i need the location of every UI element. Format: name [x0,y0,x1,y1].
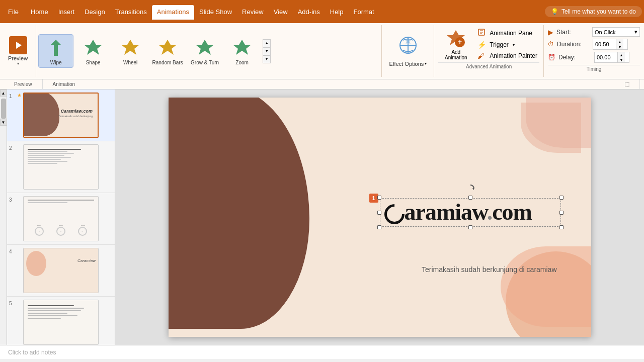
animation-painter-label: Animation Painter [490,52,537,59]
panel-scroll-up[interactable]: ▲ [0,89,7,97]
trigger-label: Trigger [490,41,509,48]
add-animation-button[interactable]: + AddAnimation [438,27,473,60]
wipe-icon [45,37,67,59]
handle-top-left[interactable] [377,196,381,200]
svg-marker-6 [233,40,251,55]
handle-bottom-right[interactable] [559,225,564,229]
slide-item-2[interactable]: 2 [7,141,115,193]
selected-text-box[interactable]: 1 aramiaw.com [380,198,561,227]
add-animation-icon: + [445,27,467,49]
trigger-button[interactable]: ⚡ Trigger ▾ [475,40,539,50]
trigger-icon: ⚡ [477,41,487,49]
duration-input[interactable] [593,41,616,48]
zoom-label: Zoom [235,60,249,65]
start-select[interactable]: On Click ▾ [592,27,640,37]
anim-zoom[interactable]: Zoom [224,35,260,67]
animation-section-label: Animation ⬚ [43,79,640,89]
delay-down-arrow[interactable]: ▼ [618,57,625,62]
animation-expand-btn[interactable]: ⬚ [624,81,629,87]
slide-thumb-5 [23,300,99,345]
zoom-icon [231,37,253,59]
thumb1-logo: Caramiaw.com [61,109,93,114]
slide-number-4: 4 [9,248,17,254]
duration-up-arrow[interactable]: ▲ [616,39,623,44]
add-animation-label: AddAnimation [445,49,467,60]
menu-animations[interactable]: Animations [152,5,194,20]
file-menu[interactable]: File [2,6,25,18]
delay-spin-arrows: ▲ ▼ [617,52,625,62]
start-label: Start: [556,29,589,36]
scroll-expand-btn[interactable]: ▾ [263,55,271,63]
effect-options-button[interactable]: Effect Options ▾ [387,33,429,69]
anim-shape[interactable]: Shape [75,35,111,67]
slide-number-5: 5 [9,300,17,306]
anim-grow-turn[interactable]: Grow & Turn [187,35,222,67]
menu-insert[interactable]: Insert [53,5,80,19]
handle-top-middle[interactable] [468,196,472,200]
menu-design[interactable]: Design [79,5,110,19]
svg-marker-5 [196,40,214,55]
menu-addins[interactable]: Add-ins [293,5,325,19]
menu-review[interactable]: Review [237,5,269,19]
duration-down-arrow[interactable]: ▼ [616,44,623,49]
menu-home[interactable]: Home [26,5,53,19]
tell-me-text: Tell me what you want to do [561,8,636,15]
delay-label: Delay: [558,54,591,61]
panel-scroll-thumb[interactable] [1,99,6,119]
slide-blob-1 [521,103,581,153]
menu-right: 💡 Tell me what you want to do [545,6,642,17]
duration-icon: ⏱ [548,41,554,48]
svg-marker-4 [158,40,177,55]
preview-label: Preview [8,55,28,61]
menu-transitions[interactable]: Transitions [110,5,152,19]
timing-start-row: ▶ Start: On Click ▾ [548,27,640,37]
animation-pane-label: Animation Pane [490,30,532,37]
menu-slideshow[interactable]: Slide Show [194,5,237,19]
timing-section-label: Timing [548,65,640,72]
svg-marker-3 [121,40,139,55]
menu-help[interactable]: Help [325,5,349,19]
anim-random-bars[interactable]: Random Bars [150,35,185,67]
advanced-animation-section-label: Advanced Animation [438,62,539,69]
rotate-handle[interactable] [465,184,475,196]
anim-wipe[interactable]: Wipe [38,34,73,68]
notes-bar[interactable]: Click to add notes [0,345,644,359]
handle-top-right[interactable] [559,196,564,200]
duration-spinbox[interactable]: ▲ ▼ [593,39,628,50]
handle-middle-right[interactable] [559,211,564,215]
preview-dropdown-arrow: ▾ [17,61,19,66]
menu-format[interactable]: Format [349,5,379,19]
panel-scroll-down[interactable]: ▼ [0,119,7,126]
anim-wheel[interactable]: Wheel [113,35,148,67]
slide-subtitle[interactable]: Terimakasih sudah berkunjung di caramiaw [418,263,560,276]
gallery-scroll: ▲ ▼ ▾ [262,39,272,63]
delay-spinbox[interactable]: ▲ ▼ [594,52,629,63]
menu-view[interactable]: View [269,5,293,19]
advanced-animation-group: + AddAnimation Animatio [434,25,544,77]
animation-pane-button[interactable]: Animation Pane [475,27,539,39]
handle-middle-left[interactable] [377,211,381,215]
slide-item-5[interactable]: 5 [7,297,115,345]
trigger-arrow: ▾ [513,43,515,47]
scroll-up-btn[interactable]: ▲ [263,39,271,47]
slide-number-1: 1 [9,93,17,99]
delay-icon: ⏰ [548,54,555,61]
delay-input[interactable] [595,54,617,61]
slide-panel-scrollbar: ▲ ▼ [0,89,7,345]
slide-item-4[interactable]: 4 Caramiaw [7,245,115,297]
slide-item-3[interactable]: 3 ○ ○ ○ label label label [7,193,115,245]
svg-marker-1 [51,40,61,56]
shape-icon [82,37,104,59]
handle-bottom-middle[interactable] [468,225,472,229]
lightbulb-icon: 💡 [551,8,558,15]
preview-button[interactable]: Preview ▾ [6,34,30,68]
slide-canvas[interactable]: 1 aramiaw.com [169,98,591,337]
main-area: ▲ ▼ 1 ★ Caramiaw.com Terimakasih sudah b… [0,89,644,345]
scroll-down-btn[interactable]: ▼ [263,47,271,55]
slide-item-1[interactable]: 1 ★ Caramiaw.com Terimakasih sudah berku… [7,89,115,141]
tell-me-box[interactable]: 💡 Tell me what you want to do [545,6,642,17]
handle-bottom-left[interactable] [377,225,381,229]
animation-painter-button[interactable]: 🖌 Animation Painter [475,51,539,61]
delay-up-arrow[interactable]: ▲ [618,52,625,57]
duration-label: Duration: [557,41,590,48]
